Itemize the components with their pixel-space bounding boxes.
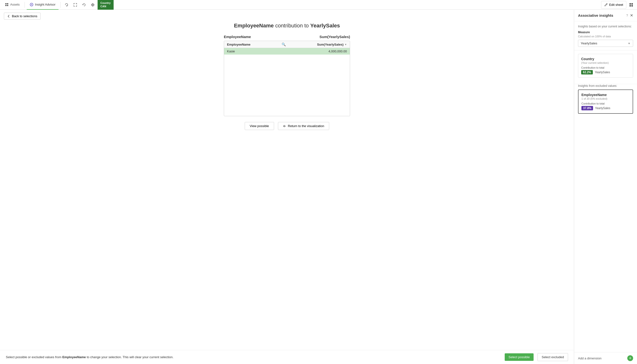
edit-icon bbox=[604, 3, 608, 6]
svg-rect-3 bbox=[7, 5, 8, 6]
data-table: EmployeeName 🔍 Sum(YearlySales) ▼ Kasie … bbox=[224, 41, 350, 116]
right-sidebar: Associative insights ? ✕ Insights based … bbox=[574, 10, 637, 364]
close-icon[interactable]: ✕ bbox=[630, 13, 633, 18]
excluded-header: Insights from excluded values: bbox=[574, 84, 637, 90]
bottom-buttons: View possible Return to the visualizatio… bbox=[239, 116, 335, 136]
table-col-title: EmployeeName bbox=[227, 43, 250, 46]
notification-field-name: EmployeeName bbox=[62, 355, 86, 359]
back-button-label: Back to selections bbox=[12, 14, 37, 18]
svg-point-7 bbox=[92, 4, 93, 5]
select-excluded-button[interactable]: Select excluded bbox=[537, 353, 568, 361]
current-selection-section: Country (Your current selection) Contrib… bbox=[574, 50, 637, 84]
add-dimension-button[interactable]: + bbox=[627, 355, 633, 361]
country-selection-tab[interactable]: Country CAN bbox=[98, 0, 114, 10]
contribution-badge-green: 62.2% bbox=[581, 70, 593, 74]
contribution-bar-2: 37.8% YearlySales bbox=[581, 106, 630, 110]
nav-divider bbox=[25, 2, 25, 8]
help-icon[interactable]: ? bbox=[626, 14, 628, 17]
contribution-bar-1: 62.2% YearlySales bbox=[581, 70, 630, 74]
table-col-sum: Sum(YearlySales) bbox=[317, 43, 344, 46]
insight-advisor-icon bbox=[30, 3, 34, 6]
measure-sublabel: Calculated on 100% of data bbox=[578, 35, 633, 38]
select-possible-label: Select possible bbox=[509, 355, 530, 359]
notification-text-before: Select possible or excluded values from bbox=[6, 355, 62, 359]
sidebar-description-section: Insights based on your current selection… bbox=[574, 21, 637, 50]
row-sales-value: 4,000,000.00 bbox=[287, 50, 347, 53]
svg-rect-13 bbox=[631, 3, 633, 4]
chart-title: EmployeeName contribution to YearlySales bbox=[234, 22, 340, 29]
country-tab-value: CAN bbox=[101, 5, 111, 8]
svg-rect-12 bbox=[629, 3, 631, 4]
column-headers-area: EmployeeName Sum(YearlySales) bbox=[224, 35, 350, 41]
assets-icon bbox=[5, 3, 9, 6]
notification-text: Select possible or excluded values from … bbox=[6, 355, 501, 359]
table-row[interactable]: Kasie 4,000,000.00 bbox=[224, 48, 350, 54]
lasso-btn[interactable] bbox=[63, 1, 70, 9]
table-body: Kasie 4,000,000.00 bbox=[224, 48, 350, 116]
insight-advisor-label: Insight Advisor bbox=[35, 3, 56, 6]
svg-point-5 bbox=[31, 4, 32, 5]
svg-point-6 bbox=[92, 4, 94, 6]
current-selection-title: Country bbox=[581, 57, 630, 61]
svg-rect-15 bbox=[631, 5, 633, 6]
target-btn[interactable] bbox=[89, 1, 97, 9]
select-possible-button[interactable]: Select possible bbox=[505, 353, 534, 361]
return-visualization-button[interactable]: Return to the visualization bbox=[278, 122, 330, 130]
edit-sheet-label: Edit sheet bbox=[609, 3, 623, 6]
return-arrow-icon bbox=[283, 124, 286, 128]
sidebar-header: Associative insights ? ✕ bbox=[574, 10, 637, 21]
assets-tab[interactable]: Assets bbox=[2, 0, 23, 10]
measure-dropdown-value: YearlySales bbox=[581, 42, 597, 45]
main-layout: Back to selections EmployeeName contribu… bbox=[0, 10, 637, 364]
nav-actions bbox=[63, 1, 97, 9]
svg-rect-0 bbox=[5, 3, 7, 4]
back-arrow-icon bbox=[7, 14, 11, 18]
contribution-label-2: Contribution to total bbox=[581, 102, 630, 105]
add-dimension-label: Add a dimension bbox=[578, 356, 601, 360]
return-visualization-label: Return to the visualization bbox=[288, 124, 324, 128]
nav-divider2 bbox=[61, 2, 61, 8]
table-search[interactable]: 🔍 bbox=[282, 42, 286, 46]
spacer bbox=[0, 186, 574, 350]
excluded-card-subtitle: 1 of 20 (5% excluded) bbox=[581, 97, 630, 100]
measure-label: Measure bbox=[578, 30, 633, 34]
sidebar-title: Associative insights bbox=[578, 13, 613, 18]
view-possible-button[interactable]: View possible bbox=[245, 122, 274, 130]
search-icon: 🔍 bbox=[282, 42, 286, 46]
expand-btn[interactable] bbox=[71, 1, 79, 9]
contribution-badge-label-1: YearlySales bbox=[595, 70, 610, 74]
back-to-selections-button[interactable]: Back to selections bbox=[4, 12, 41, 20]
chart-title-field2: YearlySales bbox=[310, 22, 340, 28]
country-tab-label: Country bbox=[101, 2, 111, 4]
employee-name-col-header: EmployeeName bbox=[224, 35, 287, 39]
contribution-badge-purple: 37.8% bbox=[581, 106, 593, 110]
contribution-label-1: Contribution to total bbox=[581, 66, 630, 69]
excluded-card-title: EmployeeName bbox=[581, 93, 630, 97]
row-employee-name: Kasie bbox=[227, 50, 287, 53]
contribution-badge-label-2: YearlySales bbox=[595, 106, 610, 110]
top-nav: Assets Insight Advisor bbox=[0, 0, 637, 10]
sum-yearly-sales-col-header: Sum(YearlySales) bbox=[287, 35, 350, 39]
measure-dropdown[interactable]: YearlySales ▼ bbox=[578, 40, 633, 47]
edit-sheet-button[interactable]: Edit sheet bbox=[601, 1, 626, 9]
add-dimension-bar: Add a dimension + bbox=[574, 352, 637, 364]
dropdown-arrow-icon: ▼ bbox=[628, 42, 630, 45]
back-bar: Back to selections bbox=[0, 10, 574, 22]
view-possible-label: View possible bbox=[250, 124, 269, 128]
excluded-card[interactable]: EmployeeName 1 of 20 (5% excluded) Contr… bbox=[578, 90, 633, 114]
current-selection-subtitle: (Your current selection) bbox=[581, 61, 630, 64]
sort-icon: ▼ bbox=[345, 43, 347, 46]
chart-title-middle: contribution to bbox=[274, 22, 310, 28]
notification-bar: Select possible or excluded values from … bbox=[0, 350, 574, 364]
insight-advisor-tab[interactable]: Insight Advisor bbox=[27, 0, 59, 10]
grid-view-btn[interactable] bbox=[627, 1, 635, 9]
rotate-btn[interactable] bbox=[80, 1, 88, 9]
svg-rect-14 bbox=[629, 5, 631, 6]
notification-text-after: to change your selection. This will clea… bbox=[86, 355, 174, 359]
current-selection-card: Country (Your current selection) Contrib… bbox=[578, 54, 633, 78]
chart-title-field1: EmployeeName bbox=[234, 22, 274, 28]
select-excluded-label: Select excluded bbox=[542, 355, 564, 359]
excluded-section: EmployeeName 1 of 20 (5% excluded) Contr… bbox=[574, 90, 637, 120]
country-tab-content: Country CAN bbox=[101, 2, 111, 8]
sidebar-description: Insights based on your current selection… bbox=[578, 25, 633, 28]
